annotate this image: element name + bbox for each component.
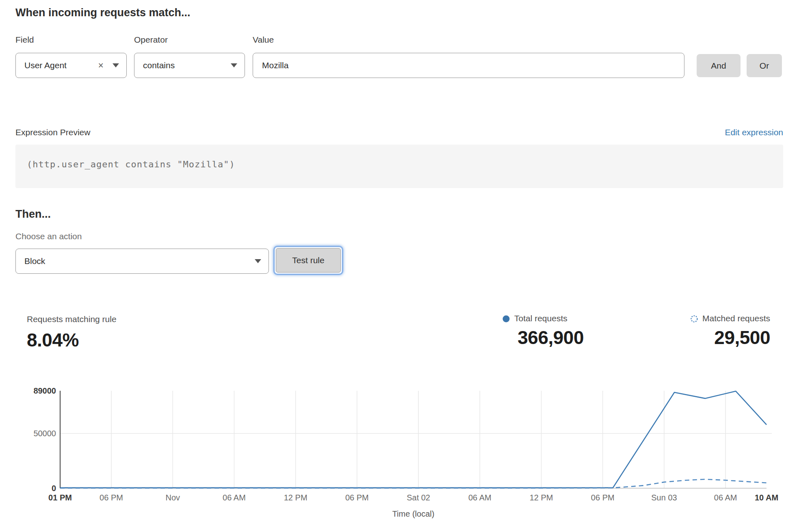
total-requests-stat: Total requests 366,900	[502, 314, 584, 349]
expression-code-box: (http.user_agent contains "Mozilla")	[15, 145, 783, 188]
test-rule-focus-ring: Test rule	[273, 246, 343, 275]
x-tick-label: Sun 03	[651, 493, 677, 502]
field-label: Field	[15, 35, 34, 45]
field-select[interactable]: User Agent ×	[15, 53, 127, 78]
x-tick-label: 12 PM	[284, 493, 307, 502]
edit-expression-link[interactable]: Edit expression	[725, 128, 783, 137]
series-line-solid	[60, 391, 767, 488]
value-label: Value	[253, 35, 274, 45]
firewall-rule-builder: When incoming requests match... Field Op…	[0, 0, 812, 526]
then-heading: Then...	[15, 208, 51, 221]
y-tick-label: 89000	[33, 386, 56, 395]
matched-requests-label: Matched requests	[702, 314, 770, 323]
matched-requests-stat: Matched requests 29,500	[664, 314, 770, 349]
x-tick-label: 06 AM	[223, 493, 246, 502]
matched-requests-value: 29,500	[664, 327, 770, 349]
action-select-value: Block	[24, 256, 255, 266]
and-button[interactable]: And	[697, 54, 741, 77]
value-field-wrapper	[253, 53, 684, 78]
series-line-dashed	[60, 479, 767, 488]
or-button[interactable]: Or	[747, 54, 782, 77]
total-requests-value: 366,900	[502, 327, 584, 349]
operator-label: Operator	[134, 35, 168, 45]
x-tick-label: 06 AM	[468, 493, 492, 502]
expression-preview-label: Expression Preview	[15, 128, 90, 137]
x-tick-label: 01 PM	[48, 493, 72, 502]
value-input[interactable]	[253, 53, 684, 78]
clear-icon[interactable]: ×	[98, 61, 104, 70]
y-tick-label: 0	[52, 484, 56, 493]
x-tick-label: 06 PM	[100, 493, 123, 502]
x-tick-label: 06 PM	[345, 493, 369, 502]
test-rule-button[interactable]: Test rule	[276, 248, 341, 273]
requests-time-series-chart[interactable]: 0500008900001 PM06 PMNov06 AM12 PM06 PMS…	[0, 380, 812, 526]
chevron-down-icon	[113, 63, 119, 67]
x-tick-label: 10 AM	[755, 493, 778, 502]
x-tick-label: 06 AM	[714, 493, 737, 502]
matching-rule-value: 8.04%	[27, 329, 79, 351]
total-requests-label: Total requests	[514, 314, 567, 323]
x-tick-label: 12 PM	[530, 493, 553, 502]
x-tick-label: 06 PM	[591, 493, 615, 502]
field-select-value: User Agent	[24, 61, 98, 70]
operator-select-value: contains	[143, 61, 231, 70]
action-select[interactable]: Block	[15, 249, 269, 274]
chevron-down-icon	[255, 259, 261, 263]
x-axis-title: Time (local)	[392, 509, 435, 518]
x-tick-label: Nov	[165, 493, 180, 502]
chevron-down-icon	[231, 63, 237, 67]
y-tick-label: 50000	[33, 429, 56, 438]
choose-action-label: Choose an action	[15, 232, 82, 241]
x-tick-label: Sat 02	[407, 493, 430, 502]
matched-requests-dashed-circle-icon	[690, 314, 698, 323]
match-heading: When incoming requests match...	[15, 6, 191, 19]
matching-rule-label: Requests matching rule	[27, 314, 117, 324]
total-requests-dot-icon	[502, 314, 510, 323]
operator-select[interactable]: contains	[134, 53, 245, 78]
expression-code: (http.user_agent contains "Mozilla")	[27, 159, 235, 169]
